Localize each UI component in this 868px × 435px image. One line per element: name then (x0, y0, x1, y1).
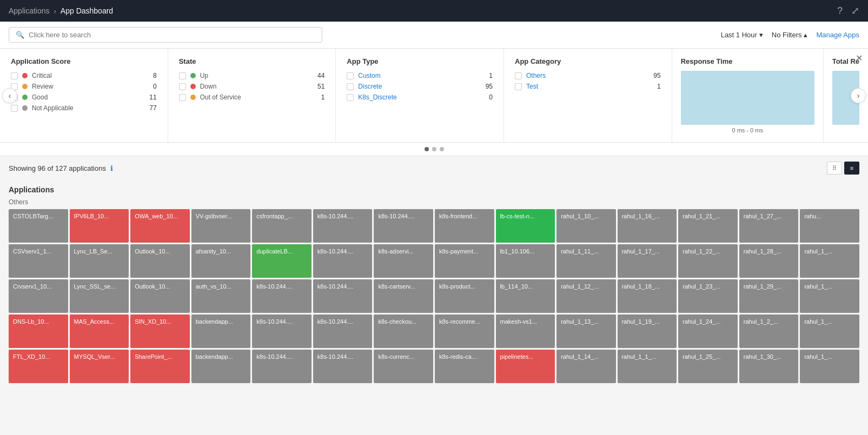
external-link-icon[interactable]: ⤢ (851, 5, 859, 17)
test-checkbox[interactable] (515, 83, 522, 90)
custom-checkbox[interactable] (347, 72, 354, 79)
app-tile[interactable]: Lync_LB_Se... (70, 244, 129, 278)
help-icon[interactable]: ? (837, 5, 843, 17)
app-tile[interactable]: CSTOLBTarg... (9, 209, 68, 243)
app-tile[interactable]: lb_114_10... (496, 279, 555, 313)
close-stats-button[interactable]: ✕ (856, 53, 863, 63)
k8s-checkbox[interactable] (347, 94, 354, 101)
score-row-good[interactable]: Good 11 (11, 93, 157, 101)
app-tile[interactable]: csfrontapp_... (252, 209, 312, 243)
app-tile[interactable]: k8s-10.244.... (313, 244, 373, 278)
app-tile[interactable]: rahul_1_25_... (678, 350, 738, 383)
app-tile[interactable]: auth_vs_10... (191, 279, 251, 313)
app-tile[interactable]: k8s-currenc... (374, 350, 433, 383)
app-tile[interactable]: rahul_1_19_... (618, 314, 677, 348)
category-row-test[interactable]: Test 1 (515, 83, 661, 90)
time-filter[interactable]: Last 1 Hour ▾ (721, 31, 763, 39)
app-tile[interactable]: Crvserv1_10... (9, 279, 68, 313)
app-tile[interactable]: rahul_1_18_... (618, 279, 677, 313)
app-tile[interactable]: rahul_1_... (800, 350, 859, 383)
app-tile[interactable]: lb1_10.106... (496, 244, 555, 278)
discrete-checkbox[interactable] (347, 83, 354, 90)
pagination-dot-3[interactable] (440, 147, 444, 151)
app-tile[interactable]: afsanity_10... (191, 244, 251, 278)
state-row-oos[interactable]: Out of Service 1 (179, 93, 325, 101)
app-tile[interactable]: k8s-10.244.... (313, 209, 373, 243)
app-tile[interactable]: pipelinetes... (496, 350, 555, 383)
app-tile[interactable]: rahul_1_14_... (556, 350, 616, 383)
app-tile[interactable]: k8s-10.244.... (313, 350, 373, 383)
score-row-review[interactable]: Review 0 (11, 83, 157, 90)
carousel-nav-left[interactable]: ‹ (2, 88, 17, 103)
app-tile[interactable]: k8s-10.244.... (313, 279, 373, 313)
app-tile[interactable]: rahul_1_12_... (556, 279, 616, 313)
app-tile[interactable]: k8s-redis-ca... (435, 350, 494, 383)
app-tile[interactable]: lb-cs-test-n... (496, 209, 555, 243)
app-tile[interactable]: rahu... (800, 209, 859, 243)
oos-checkbox[interactable] (179, 94, 186, 101)
app-tile[interactable]: rahul_1_22_... (678, 244, 738, 278)
app-tile[interactable]: backendapp... (191, 350, 251, 383)
search-input[interactable] (29, 31, 315, 39)
app-type-row-k8s[interactable]: K8s_Discrete 0 (347, 93, 493, 101)
app-tile[interactable]: k8s-10.244.... (374, 209, 433, 243)
app-tile[interactable]: k8s-recomme... (435, 314, 494, 348)
app-tile[interactable]: OWA_web_10... (130, 209, 190, 243)
app-tile[interactable]: duplicateLB... (252, 244, 312, 278)
app-tile[interactable]: k8s-10.244.... (252, 279, 312, 313)
app-tile[interactable]: k8s-frontend... (435, 209, 494, 243)
app-tile[interactable]: DNS-Lb_10... (9, 314, 68, 348)
app-tile[interactable]: k8s-10.244.... (313, 314, 373, 348)
carousel-nav-right[interactable]: › (851, 88, 866, 103)
app-tile[interactable]: k8s-product... (435, 279, 494, 313)
no-filters[interactable]: No Filters ▴ (772, 31, 808, 39)
up-checkbox[interactable] (179, 72, 186, 79)
app-tile[interactable]: SharePoint_... (130, 350, 190, 383)
others-checkbox[interactable] (515, 72, 522, 79)
app-tile[interactable]: IPV6LB_10... (70, 209, 129, 243)
app-tile[interactable]: rahul_1_23_... (678, 279, 738, 313)
app-tile[interactable]: k8s-checkou... (374, 314, 433, 348)
down-checkbox[interactable] (179, 83, 186, 90)
na-checkbox[interactable] (11, 105, 18, 112)
app-tile[interactable]: rahul_1_17_... (618, 244, 677, 278)
tile-view-button[interactable]: ⠿ (827, 162, 842, 175)
info-icon[interactable]: ℹ (110, 164, 113, 172)
app-tile[interactable]: rahul_1_... (800, 244, 859, 278)
app-tile[interactable]: rahul_1_... (800, 314, 859, 348)
app-tile[interactable]: backendapp... (191, 314, 251, 348)
manage-apps-link[interactable]: Manage Apps (816, 31, 859, 39)
app-tile[interactable]: MAS_Access... (70, 314, 129, 348)
list-view-button[interactable]: ≡ (844, 162, 859, 175)
state-row-down[interactable]: Down 51 (179, 83, 325, 90)
app-tile[interactable]: rahul_1_29_... (739, 279, 799, 313)
app-tile[interactable]: rahul_1_16_... (618, 209, 677, 243)
critical-checkbox[interactable] (11, 72, 18, 79)
app-tile[interactable]: k8s-10.244.... (252, 314, 312, 348)
app-tile[interactable]: MYSQL_Vser... (70, 350, 129, 383)
score-row-critical[interactable]: Critical 8 (11, 72, 157, 79)
app-tile[interactable]: VV-gslbvser... (191, 209, 251, 243)
app-tile[interactable]: FTL_XD_10... (9, 350, 68, 383)
state-row-up[interactable]: Up 44 (179, 72, 325, 79)
app-tile[interactable]: makesh-vs1... (496, 314, 555, 348)
app-tile[interactable]: rahul_1_24_... (678, 314, 738, 348)
app-tile[interactable]: Outlook_10... (130, 279, 190, 313)
pagination-dot-2[interactable] (432, 147, 436, 151)
app-tile[interactable]: SIN_XD_10... (130, 314, 190, 348)
app-tile[interactable]: rahul_1_30_... (739, 350, 799, 383)
pagination-dot-1[interactable] (425, 147, 429, 151)
app-tile[interactable]: rahul_1_11_... (556, 244, 616, 278)
category-row-others[interactable]: Others 95 (515, 72, 661, 79)
app-tile[interactable]: rahul_1_21_... (678, 209, 738, 243)
app-tile[interactable]: k8s-payment... (435, 244, 494, 278)
app-tile[interactable]: rahul_1_1_... (618, 350, 677, 383)
search-input-wrap[interactable]: 🔍 (9, 27, 322, 43)
app-tile[interactable]: k8s-10.244.... (252, 350, 312, 383)
breadcrumb-applications[interactable]: Applications (9, 6, 50, 15)
app-tile[interactable]: rahul_1_2_... (739, 314, 799, 348)
app-tile[interactable]: rahul_1_28_... (739, 244, 799, 278)
app-tile[interactable]: Outlook_10... (130, 244, 190, 278)
app-tile[interactable]: k8s-adservi... (374, 244, 433, 278)
app-tile[interactable]: k8s-cartserv... (374, 279, 433, 313)
